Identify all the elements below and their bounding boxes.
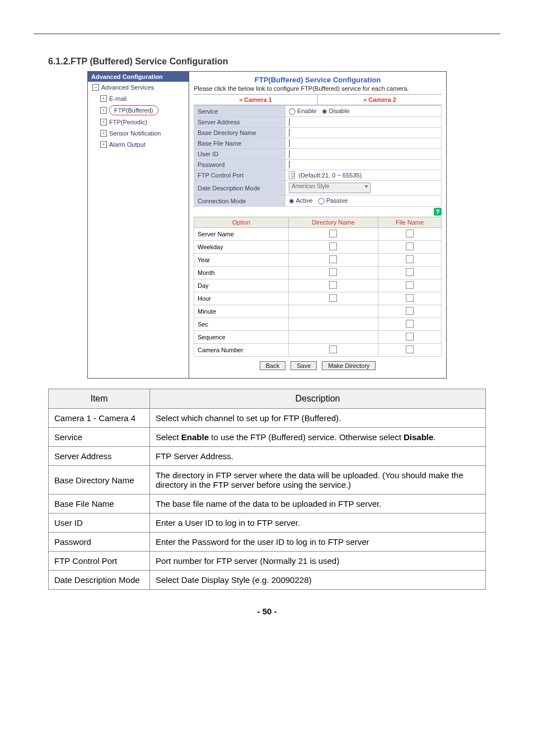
- desc-row: PasswordEnter the Password for the user …: [49, 533, 486, 552]
- desc-text: FTP Server Address.: [150, 447, 486, 466]
- dir-checkbox[interactable]: [329, 294, 337, 302]
- label-base-dir: Base Directory Name: [194, 128, 285, 138]
- tab-camera-1[interactable]: » Camera 1: [194, 95, 318, 105]
- opt-head-option: Option: [194, 217, 289, 228]
- config-screenshot: Advanced Configuration − Advanced Servic…: [87, 71, 447, 379]
- expand-icon[interactable]: +: [100, 95, 107, 102]
- desc-item: User ID: [49, 514, 150, 533]
- nav-item-sensor[interactable]: + Sensor Notification: [88, 128, 189, 139]
- desc-item: Password: [49, 533, 150, 552]
- desc-text: Select Date Display Style (e.g. 20090228…: [150, 571, 486, 590]
- conn-active[interactable]: ◉ Active: [289, 197, 312, 204]
- nav-item-ftp-periodic[interactable]: + FTP(Periodic): [88, 116, 189, 128]
- expand-icon[interactable]: +: [100, 107, 107, 114]
- desc-row: Base File NameThe base file name of the …: [49, 494, 486, 514]
- panel-intro: Please click the below link to configure…: [194, 85, 442, 95]
- col-desc: Description: [150, 389, 486, 409]
- ctrl-port-input[interactable]: 0: [289, 171, 295, 179]
- dir-checkbox[interactable]: [329, 230, 337, 237]
- label-ctrl-port: FTP Control Port: [194, 170, 285, 181]
- desc-row: Date Description ModeSelect Date Display…: [49, 571, 486, 590]
- label-base-file: Base File Name: [194, 138, 285, 149]
- file-checkbox[interactable]: [406, 281, 414, 289]
- file-checkbox[interactable]: [406, 268, 414, 276]
- option-row: Sec: [194, 318, 442, 331]
- tab-camera-2[interactable]: » Camera 2: [318, 95, 442, 105]
- desc-row: Camera 1 - Camera 4Select which channel …: [49, 409, 486, 428]
- option-row: Month: [194, 267, 442, 279]
- expand-icon[interactable]: +: [100, 130, 107, 137]
- desc-item: Base Directory Name: [49, 466, 150, 494]
- file-checkbox[interactable]: [406, 294, 414, 302]
- label-service tridata-interactable=: Service: [194, 106, 285, 117]
- nav-root[interactable]: − Advanced Services: [88, 82, 189, 93]
- desc-text: Enter a User ID to log in to FTP server.: [150, 514, 486, 533]
- option-name: Sec: [194, 318, 289, 331]
- option-row: Minute: [194, 305, 442, 318]
- file-checkbox[interactable]: [406, 230, 414, 237]
- option-name: Minute: [194, 305, 289, 318]
- base-file-input[interactable]: [289, 139, 290, 147]
- service-enable[interactable]: ◯ Enable: [289, 108, 316, 114]
- conn-passive[interactable]: ◯ Passive: [318, 197, 348, 204]
- save-button[interactable]: Save: [291, 361, 317, 370]
- file-checkbox[interactable]: [406, 242, 414, 250]
- service-disable[interactable]: ◉ Disable: [322, 108, 350, 114]
- desc-item: FTP Control Port: [49, 552, 150, 571]
- dir-checkbox[interactable]: [329, 346, 337, 353]
- option-row: Camera Number: [194, 344, 442, 357]
- col-item: Item: [49, 389, 150, 409]
- desc-text: The base file name of the data to be upl…: [150, 494, 486, 514]
- option-name: Year: [194, 254, 289, 267]
- make-directory-button[interactable]: Make Directory: [322, 361, 376, 370]
- dir-checkbox[interactable]: [329, 242, 337, 250]
- desc-item: Date Description Mode: [49, 571, 150, 590]
- desc-row: User IDEnter a User ID to log in to FTP …: [49, 514, 486, 533]
- desc-row: Server AddressFTP Server Address.: [49, 447, 486, 466]
- dir-checkbox[interactable]: [329, 268, 337, 276]
- service-radios: ◯ Enable ◉ Disable: [285, 106, 442, 117]
- file-checkbox[interactable]: [406, 320, 414, 328]
- option-row: Weekday: [194, 241, 442, 254]
- file-checkbox[interactable]: [406, 333, 414, 340]
- nav-item-email[interactable]: + E-mail: [88, 93, 189, 104]
- option-row: Server Name: [194, 228, 442, 241]
- ctrl-port-hint: (Default:21, 0 ~ 65535): [298, 172, 362, 179]
- help-icon[interactable]: ?: [434, 208, 442, 216]
- collapse-icon[interactable]: −: [92, 84, 99, 91]
- expand-icon[interactable]: +: [100, 141, 107, 148]
- option-name: Month: [194, 267, 289, 279]
- label-user-id: User ID: [194, 149, 285, 160]
- panel-title: FTP(Buffered) Service Configuration: [194, 74, 442, 85]
- password-input[interactable]: [289, 161, 290, 169]
- base-dir-input[interactable]: [289, 129, 290, 137]
- file-checkbox[interactable]: [406, 346, 414, 353]
- desc-item: Server Address: [49, 447, 150, 466]
- dir-checkbox[interactable]: [329, 281, 337, 289]
- file-checkbox[interactable]: [406, 255, 414, 263]
- date-mode-select[interactable]: American Style: [289, 183, 371, 193]
- page-number: - 50 -: [0, 601, 534, 633]
- server-address-input[interactable]: [289, 118, 290, 126]
- file-checkbox[interactable]: [406, 307, 414, 315]
- desc-text: Select which channel to set up for FTP (…: [150, 409, 486, 428]
- option-row: Day: [194, 279, 442, 292]
- desc-text: The directory in FTP server where the da…: [150, 466, 486, 494]
- opt-head-file: File Name: [378, 217, 441, 228]
- options-table: Option Directory Name File Name Server N…: [194, 217, 442, 357]
- option-name: Day: [194, 279, 289, 292]
- desc-text: Select Enable to use the FTP (Buffered) …: [150, 428, 486, 447]
- dir-checkbox[interactable]: [329, 255, 337, 263]
- option-name: Camera Number: [194, 344, 289, 357]
- desc-row: ServiceSelect Enable to use the FTP (Buf…: [49, 428, 486, 447]
- user-id-input[interactable]: [289, 150, 290, 158]
- label-date-mode: Date Description Mode: [194, 181, 285, 195]
- nav-item-ftp-buffered[interactable]: + FTP(Buffered): [88, 104, 189, 116]
- expand-icon[interactable]: +: [100, 119, 107, 125]
- label-server-address: Server Address: [194, 117, 285, 128]
- nav-item-alarm[interactable]: + Alarm Output: [88, 139, 189, 150]
- back-button[interactable]: Back: [260, 361, 285, 370]
- desc-text: Port number for FTP server (Normally 21 …: [150, 552, 486, 571]
- option-row: Hour: [194, 292, 442, 305]
- opt-head-dir: Directory Name: [288, 217, 378, 228]
